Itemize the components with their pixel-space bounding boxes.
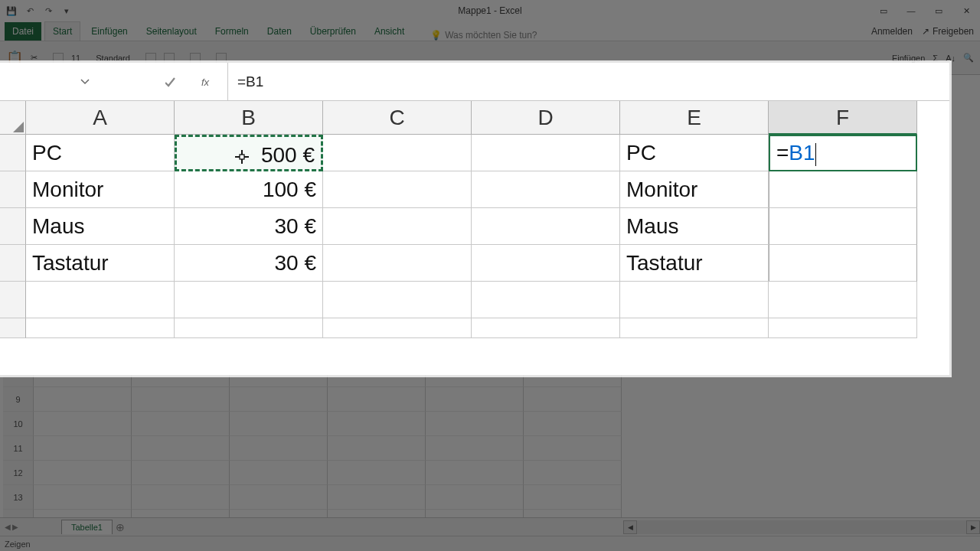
sheet-nav-left-icon[interactable]: ◀	[5, 523, 11, 531]
row-header[interactable]	[0, 135, 26, 171]
cell-empty[interactable]	[34, 436, 132, 461]
tab-einfuegen[interactable]: Einfügen	[83, 22, 135, 41]
cell-empty[interactable]	[34, 387, 132, 412]
minimize-icon[interactable]: —	[897, 0, 925, 21]
insert-function-icon[interactable]: fx	[194, 68, 222, 96]
cell-empty[interactable]	[230, 412, 328, 436]
cell-F6[interactable]	[769, 318, 917, 338]
row-header[interactable]	[0, 245, 26, 282]
row-header[interactable]: 9	[3, 387, 34, 412]
col-header-A[interactable]: A	[26, 101, 175, 135]
cell-D3[interactable]	[472, 208, 620, 245]
cell-B1[interactable]: 500 €	[175, 135, 323, 171]
cell-empty[interactable]	[426, 436, 524, 461]
cell-C6[interactable]	[323, 318, 472, 338]
formula-bar-input[interactable]: =B1	[228, 63, 949, 100]
cut-icon[interactable]: ✂	[31, 53, 38, 63]
row-header[interactable]: 11	[3, 436, 34, 461]
hscroll-left-icon[interactable]: ◀	[623, 520, 637, 534]
col-header-C[interactable]: C	[323, 101, 472, 135]
maximize-icon[interactable]: ▭	[925, 0, 952, 21]
signin-button[interactable]: Anmelden	[871, 26, 913, 37]
col-header-F[interactable]: F	[769, 101, 917, 135]
cell-D5[interactable]	[472, 282, 620, 318]
cell-E5[interactable]	[620, 282, 769, 318]
share-button[interactable]: ↗ Freigeben	[922, 26, 974, 37]
cell-E4[interactable]: Tastatur	[620, 245, 769, 282]
cell-F1[interactable]: =B1	[769, 135, 917, 171]
cell-empty[interactable]	[34, 412, 132, 436]
cell-F2[interactable]	[769, 171, 917, 208]
cell-empty[interactable]	[426, 387, 524, 412]
redo-icon[interactable]: ↷	[41, 4, 55, 18]
cell-empty[interactable]	[230, 436, 328, 461]
save-icon[interactable]: 💾	[5, 4, 18, 18]
tab-formeln[interactable]: Formeln	[207, 22, 256, 41]
cell-empty[interactable]	[524, 461, 622, 485]
cell-C5[interactable]	[323, 282, 472, 318]
ribbon-options-icon[interactable]: ▭	[870, 0, 897, 21]
cell-empty[interactable]	[328, 412, 426, 436]
cell-empty[interactable]	[524, 436, 622, 461]
cell-empty[interactable]	[132, 461, 230, 485]
number-format[interactable]: Standard	[96, 54, 130, 63]
cell-E1[interactable]: PC	[620, 135, 769, 171]
hscroll-right-icon[interactable]: ▶	[966, 520, 980, 534]
name-box-dropdown-icon[interactable]	[76, 73, 94, 91]
cell-empty[interactable]	[426, 485, 524, 510]
add-sheet-icon[interactable]: ⊕	[113, 521, 128, 533]
cell-C2[interactable]	[323, 171, 472, 208]
cell-F5[interactable]	[769, 282, 917, 318]
col-header-E[interactable]: E	[620, 101, 769, 135]
autosum-icon[interactable]: Σ	[933, 54, 938, 63]
cell-C3[interactable]	[323, 208, 472, 245]
cell-C4[interactable]	[323, 245, 472, 282]
cell-D6[interactable]	[472, 318, 620, 338]
cell-empty[interactable]	[328, 461, 426, 485]
cell-E3[interactable]: Maus	[620, 208, 769, 245]
close-icon[interactable]: ✕	[952, 0, 980, 21]
cell-empty[interactable]	[132, 485, 230, 510]
row-header[interactable]: 10	[3, 412, 34, 436]
col-header-D[interactable]: D	[472, 101, 620, 135]
cell-empty[interactable]	[426, 412, 524, 436]
cell-D4[interactable]	[472, 245, 620, 282]
cell-E6[interactable]	[620, 318, 769, 338]
cell-B3[interactable]: 30 €	[175, 208, 323, 245]
cell-C1[interactable]	[323, 135, 472, 171]
cell-empty[interactable]	[230, 387, 328, 412]
qat-dropdown-icon[interactable]: ▾	[60, 4, 74, 18]
cell-A5[interactable]	[26, 282, 175, 318]
cell-A2[interactable]: Monitor	[26, 171, 175, 208]
row-header[interactable]	[0, 318, 26, 338]
cell-empty[interactable]	[426, 461, 524, 485]
cell-B4[interactable]: 30 €	[175, 245, 323, 282]
cell-empty[interactable]	[524, 485, 622, 510]
insert-cells[interactable]: Einfügen	[892, 54, 925, 63]
undo-icon[interactable]: ↶	[23, 4, 37, 18]
cell-empty[interactable]	[328, 436, 426, 461]
row-header[interactable]: 12	[3, 461, 34, 485]
tab-ueberpruefen[interactable]: Überprüfen	[302, 22, 364, 41]
cell-empty[interactable]	[230, 461, 328, 485]
tab-start[interactable]: Start	[44, 21, 80, 41]
row-header[interactable]	[3, 373, 34, 387]
sheet-tab[interactable]: Tabelle1	[61, 520, 113, 534]
cell-B6[interactable]	[175, 318, 323, 338]
select-all-button[interactable]	[0, 101, 26, 135]
tab-ansicht[interactable]: Ansicht	[367, 22, 412, 41]
cell-empty[interactable]	[524, 387, 622, 412]
cell-empty[interactable]	[132, 387, 230, 412]
cell-D1[interactable]	[472, 135, 620, 171]
row-header[interactable]	[0, 208, 26, 245]
cell-A6[interactable]	[26, 318, 175, 338]
cell-F4[interactable]	[769, 245, 917, 282]
row-header[interactable]: 13	[3, 485, 34, 510]
cell-B2[interactable]: 100 €	[175, 171, 323, 208]
cell-B5[interactable]	[175, 282, 323, 318]
tab-daten[interactable]: Daten	[260, 22, 299, 41]
tab-seitenlayout[interactable]: Seitenlayout	[139, 22, 204, 41]
sort-icon[interactable]: A↓	[946, 54, 956, 63]
cell-A1[interactable]: PC	[26, 135, 175, 171]
col-header-B[interactable]: B	[175, 101, 323, 135]
